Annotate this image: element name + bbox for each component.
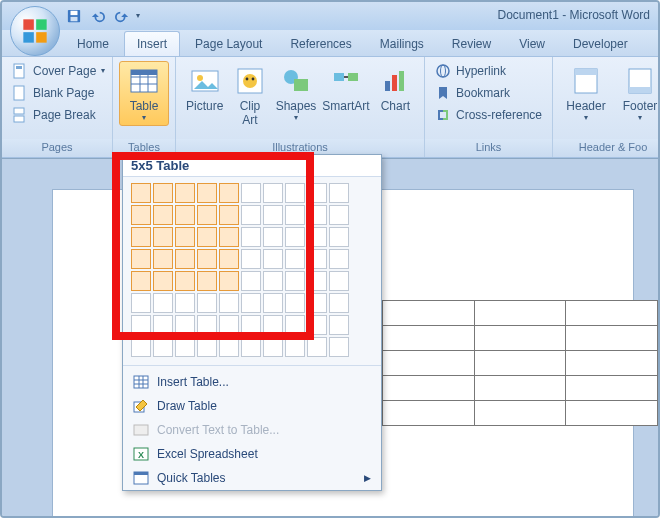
size-cell[interactable]	[175, 271, 195, 291]
size-cell[interactable]	[175, 205, 195, 225]
size-cell[interactable]	[153, 227, 173, 247]
size-cell[interactable]	[241, 293, 261, 313]
size-cell[interactable]	[329, 227, 349, 247]
size-cell[interactable]	[307, 293, 327, 313]
size-cell[interactable]	[263, 315, 283, 335]
size-cell[interactable]	[153, 293, 173, 313]
size-cell[interactable]	[263, 293, 283, 313]
size-cell[interactable]	[307, 227, 327, 247]
size-cell[interactable]	[285, 337, 305, 357]
size-cell[interactable]	[285, 227, 305, 247]
page-break-button[interactable]: Page Break	[8, 105, 109, 125]
size-cell[interactable]	[307, 249, 327, 269]
size-cell[interactable]	[131, 337, 151, 357]
size-cell[interactable]	[197, 205, 217, 225]
size-cell[interactable]	[219, 271, 239, 291]
size-cell[interactable]	[197, 337, 217, 357]
size-cell[interactable]	[219, 183, 239, 203]
size-cell[interactable]	[131, 183, 151, 203]
size-cell[interactable]	[241, 337, 261, 357]
size-cell[interactable]	[131, 315, 151, 335]
size-cell[interactable]	[263, 227, 283, 247]
size-cell[interactable]	[219, 293, 239, 313]
size-cell[interactable]	[197, 249, 217, 269]
size-cell[interactable]	[307, 271, 327, 291]
size-cell[interactable]	[175, 315, 195, 335]
shapes-button[interactable]: Shapes▾	[273, 61, 320, 126]
size-cell[interactable]	[241, 205, 261, 225]
smartart-button[interactable]: SmartArt	[319, 61, 372, 117]
size-cell[interactable]	[285, 293, 305, 313]
insert-table-menu-item[interactable]: Insert Table...	[123, 370, 381, 394]
size-cell[interactable]	[285, 271, 305, 291]
undo-button[interactable]	[88, 6, 108, 26]
picture-button[interactable]: Picture	[182, 61, 227, 117]
footer-button[interactable]: Footer▾	[613, 61, 660, 126]
size-cell[interactable]	[175, 183, 195, 203]
size-cell[interactable]	[197, 227, 217, 247]
size-cell[interactable]	[285, 205, 305, 225]
size-cell[interactable]	[285, 315, 305, 335]
qat-more-icon[interactable]: ▾	[136, 11, 140, 20]
size-cell[interactable]	[241, 227, 261, 247]
table-button[interactable]: Table ▾	[119, 61, 169, 126]
size-cell[interactable]	[153, 183, 173, 203]
size-cell[interactable]	[263, 337, 283, 357]
size-cell[interactable]	[197, 183, 217, 203]
size-cell[interactable]	[219, 337, 239, 357]
hyperlink-button[interactable]: Hyperlink	[431, 61, 546, 81]
size-cell[interactable]	[329, 205, 349, 225]
tab-references[interactable]: References	[277, 31, 364, 56]
office-button[interactable]	[10, 6, 60, 56]
size-cell[interactable]	[153, 249, 173, 269]
redo-button[interactable]	[112, 6, 132, 26]
size-cell[interactable]	[285, 183, 305, 203]
blank-page-button[interactable]: Blank Page	[8, 83, 109, 103]
quick-tables-menu-item[interactable]: Quick Tables ▶	[123, 466, 381, 490]
size-cell[interactable]	[241, 271, 261, 291]
size-cell[interactable]	[219, 205, 239, 225]
size-cell[interactable]	[285, 249, 305, 269]
size-cell[interactable]	[219, 315, 239, 335]
tab-page-layout[interactable]: Page Layout	[182, 31, 275, 56]
tab-review[interactable]: Review	[439, 31, 504, 56]
excel-spreadsheet-menu-item[interactable]: X Excel Spreadsheet	[123, 442, 381, 466]
size-cell[interactable]	[175, 249, 195, 269]
size-cell[interactable]	[329, 315, 349, 335]
size-cell[interactable]	[263, 183, 283, 203]
header-button[interactable]: Header▾	[559, 61, 613, 126]
size-cell[interactable]	[175, 337, 195, 357]
size-cell[interactable]	[241, 249, 261, 269]
size-cell[interactable]	[307, 183, 327, 203]
size-cell[interactable]	[197, 315, 217, 335]
size-cell[interactable]	[307, 205, 327, 225]
size-cell[interactable]	[329, 183, 349, 203]
size-cell[interactable]	[175, 227, 195, 247]
size-cell[interactable]	[131, 271, 151, 291]
size-cell[interactable]	[153, 271, 173, 291]
size-cell[interactable]	[263, 271, 283, 291]
size-cell[interactable]	[241, 315, 261, 335]
save-button[interactable]	[64, 6, 84, 26]
size-cell[interactable]	[329, 337, 349, 357]
table-size-picker[interactable]	[123, 177, 381, 361]
size-cell[interactable]	[241, 183, 261, 203]
size-cell[interactable]	[197, 271, 217, 291]
size-cell[interactable]	[329, 249, 349, 269]
size-cell[interactable]	[153, 315, 173, 335]
clip-art-button[interactable]: ClipArt	[227, 61, 272, 131]
size-cell[interactable]	[153, 205, 173, 225]
cross-reference-button[interactable]: Cross-reference	[431, 105, 546, 125]
size-cell[interactable]	[175, 293, 195, 313]
size-cell[interactable]	[131, 227, 151, 247]
tab-home[interactable]: Home	[64, 31, 122, 56]
chart-button[interactable]: Chart	[373, 61, 418, 117]
size-cell[interactable]	[307, 337, 327, 357]
size-cell[interactable]	[307, 315, 327, 335]
size-cell[interactable]	[263, 205, 283, 225]
tab-mailings[interactable]: Mailings	[367, 31, 437, 56]
tab-insert[interactable]: Insert	[124, 31, 180, 56]
tab-developer[interactable]: Developer	[560, 31, 641, 56]
size-cell[interactable]	[197, 293, 217, 313]
size-cell[interactable]	[329, 293, 349, 313]
